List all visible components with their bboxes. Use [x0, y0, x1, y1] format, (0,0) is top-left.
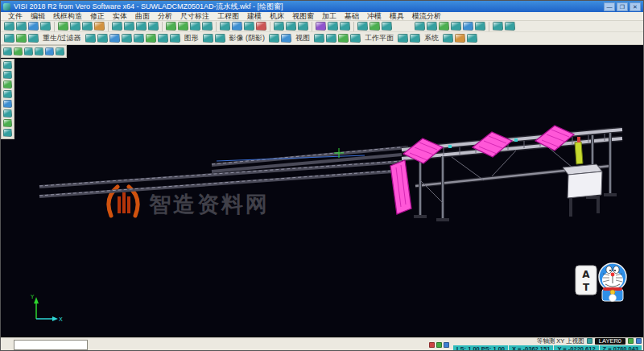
- toolbar-icon[interactable]: [269, 34, 279, 43]
- toolbar-icon[interactable]: [166, 22, 176, 31]
- toolbar-group-label[interactable]: 工作平面: [361, 33, 397, 43]
- toolbar-icon[interactable]: [24, 47, 33, 56]
- pink-panels[interactable]: [390, 126, 574, 214]
- toolbar-icon[interactable]: [58, 22, 68, 31]
- cad-scene[interactable]: 智造资料网: [1, 45, 643, 337]
- toolbar-icon[interactable]: [505, 22, 515, 31]
- toolbar-icon[interactable]: [274, 22, 284, 31]
- menu-item[interactable]: 冲模: [363, 12, 386, 21]
- toolbar-icon[interactable]: [493, 22, 503, 31]
- status-green-icon[interactable]: [436, 342, 442, 348]
- toolbar-icon[interactable]: [475, 22, 485, 31]
- toolbar-icon[interactable]: [3, 81, 12, 89]
- toolbar-icon[interactable]: [16, 22, 27, 31]
- toolbar-icon[interactable]: [122, 34, 132, 43]
- toolbar-icon[interactable]: [148, 22, 159, 31]
- toolbar-icon[interactable]: [82, 22, 93, 31]
- toolbar-icon[interactable]: [202, 22, 213, 31]
- toolbar-icon[interactable]: [463, 22, 473, 31]
- toolbar-icon[interactable]: [203, 34, 213, 43]
- menu-item[interactable]: 编辑: [27, 12, 49, 21]
- viewport[interactable]: 智造资料网: [1, 45, 643, 337]
- toolbar-icon[interactable]: [190, 22, 200, 31]
- toolbar-icon[interactable]: [112, 22, 122, 31]
- toolbar-icon[interactable]: [410, 34, 420, 43]
- menu-item[interactable]: 曲面: [131, 12, 154, 21]
- toolbar-icon[interactable]: [3, 71, 12, 79]
- layer-indicator[interactable]: LAYER0: [595, 338, 625, 345]
- toolbar-icon[interactable]: [398, 34, 408, 43]
- toolbar-icon[interactable]: [427, 22, 437, 31]
- toolbar-icon[interactable]: [3, 119, 12, 127]
- toolbar-icon[interactable]: [124, 22, 134, 31]
- toolbar-icon[interactable]: [136, 22, 147, 31]
- view-indicator[interactable]: 等轴测 XY 上视图: [537, 337, 584, 345]
- rail-beams[interactable]: [39, 147, 408, 196]
- maximize-button[interactable]: ❐: [617, 2, 628, 11]
- menu-item[interactable]: 机床: [266, 12, 288, 21]
- toolbar-icon[interactable]: [170, 34, 180, 43]
- toolbar-icon[interactable]: [467, 34, 477, 43]
- toolbar-icon[interactable]: [28, 22, 39, 31]
- menu-item[interactable]: 基础: [341, 12, 363, 21]
- menu-item[interactable]: 加工: [318, 12, 341, 21]
- toolbar-icon[interactable]: [443, 34, 453, 43]
- toolbar-icon[interactable]: [134, 34, 144, 43]
- toolbar-icon[interactable]: [4, 34, 14, 43]
- toolbar-icon[interactable]: [256, 22, 266, 31]
- toolbar-icon[interactable]: [244, 22, 254, 31]
- toolbar-icon[interactable]: [56, 47, 64, 56]
- menu-item[interactable]: 修正: [86, 12, 109, 21]
- toolbar-icon[interactable]: [316, 22, 326, 31]
- toolbar-icon[interactable]: [328, 22, 338, 31]
- menu-item[interactable]: 建模: [243, 12, 266, 21]
- toolbar-icon[interactable]: [3, 109, 12, 118]
- toolbar-icon[interactable]: [357, 22, 368, 31]
- toolbar-icon[interactable]: [326, 34, 336, 43]
- status-red-icon[interactable]: [429, 342, 435, 348]
- menu-item[interactable]: 文件: [4, 12, 27, 21]
- toolbar-icon[interactable]: [415, 22, 425, 31]
- toolbar-icon[interactable]: [439, 22, 449, 31]
- toolbar-icon[interactable]: [3, 90, 12, 98]
- toolbar-icon[interactable]: [45, 47, 54, 56]
- toolbar-icon[interactable]: [455, 34, 465, 43]
- toolbar-icon[interactable]: [340, 22, 350, 31]
- toolbar-icon[interactable]: [94, 22, 105, 31]
- toolbar-icon[interactable]: [109, 34, 120, 43]
- menu-item[interactable]: 模具: [386, 12, 408, 21]
- toolbar-icon[interactable]: [314, 34, 324, 43]
- toolbar-icon[interactable]: [4, 22, 14, 31]
- toolbar-icon[interactable]: [3, 47, 12, 56]
- toolbar-group-label[interactable]: 系统: [421, 33, 442, 43]
- toolbar-group-label[interactable]: 重生/过滤器: [39, 33, 85, 43]
- menu-item[interactable]: 模流分析: [408, 12, 445, 21]
- status-green-icon-2[interactable]: [628, 338, 634, 344]
- close-button[interactable]: ✕: [630, 2, 641, 11]
- menu-item[interactable]: 分析: [154, 12, 176, 21]
- toolbar-icon[interactable]: [338, 34, 349, 43]
- status-blue-icon-2[interactable]: [636, 338, 642, 344]
- toolbar-icon[interactable]: [232, 22, 242, 31]
- toolbar-icon[interactable]: [215, 34, 225, 43]
- toolbar-icon[interactable]: [16, 34, 27, 43]
- toolbar-icon[interactable]: [382, 22, 392, 31]
- toolbar-icon[interactable]: [70, 22, 80, 31]
- toolbar-icon[interactable]: [35, 47, 43, 56]
- toolbar-icon[interactable]: [451, 22, 461, 31]
- toolbar-icon[interactable]: [3, 129, 12, 137]
- toolbar-icon[interactable]: [146, 34, 156, 43]
- status-teal-icon[interactable]: [587, 338, 592, 344]
- toolbar-icon[interactable]: [85, 34, 96, 43]
- menu-item[interactable]: 工程图: [213, 12, 243, 21]
- toolbar-icon[interactable]: [158, 34, 168, 43]
- toolbar-group-label[interactable]: 图形: [181, 33, 202, 43]
- menu-item[interactable]: 视图窗: [288, 12, 318, 21]
- menu-item[interactable]: 尺寸标注: [176, 12, 213, 21]
- menu-item[interactable]: 实体: [109, 12, 131, 21]
- toolbar-icon[interactable]: [220, 22, 230, 31]
- control-box[interactable]: [563, 164, 602, 217]
- status-blue-icon[interactable]: [444, 342, 449, 348]
- toolbar-icon[interactable]: [281, 34, 291, 43]
- menu-item[interactable]: 线框构造: [49, 12, 86, 21]
